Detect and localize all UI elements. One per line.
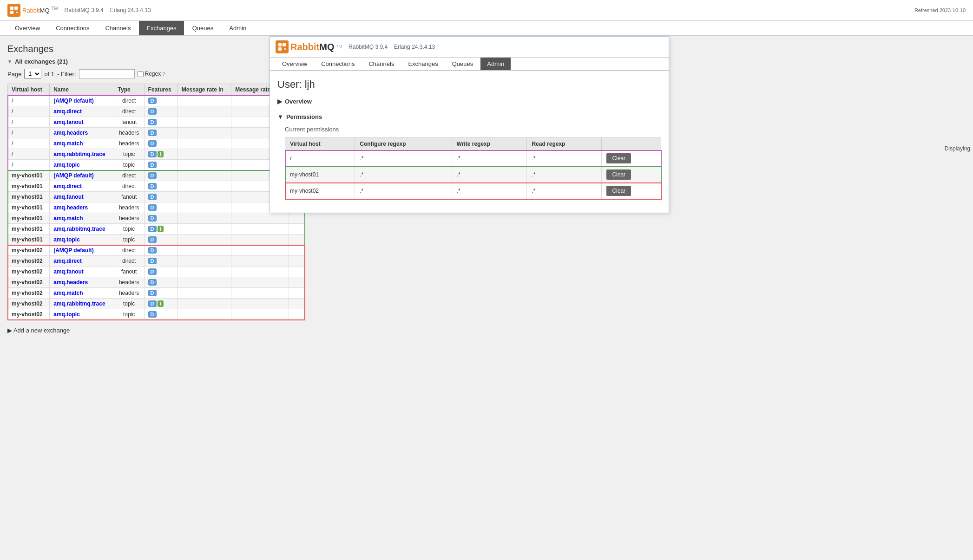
cell-name[interactable]: amq.direct — [50, 181, 114, 192]
cell-features: D — [144, 117, 178, 128]
nav-connections[interactable]: Connections — [48, 21, 97, 35]
logo: RabbitMQ TM RabbitMQ 3.9.4 Erlang 24.3.4… — [7, 4, 151, 17]
nav-channels[interactable]: Channels — [98, 21, 138, 35]
perms-table-wrapper: Virtual host Configure regexp Write rege… — [285, 137, 661, 199]
regex-checkbox[interactable] — [138, 71, 144, 77]
badge-d: D — [148, 108, 157, 115]
overlay-nav-queues[interactable]: Queues — [446, 58, 480, 70]
badge-d: D — [148, 226, 157, 232]
page-select[interactable]: 1 — [24, 69, 41, 79]
cell-name[interactable]: amq.headers — [50, 128, 114, 138]
table-row[interactable]: my-vhost01 (AMQP default) direct D — [8, 170, 305, 181]
clear-button[interactable]: Clear — [606, 169, 631, 180]
cell-features: D — [144, 267, 178, 277]
table-row[interactable]: my-vhost02 amq.rabbitmq.trace topic DI — [8, 299, 305, 309]
cell-name[interactable]: amq.topic — [50, 160, 114, 170]
nav-exchanges[interactable]: Exchanges — [139, 21, 184, 35]
nav-overview[interactable]: Overview — [7, 21, 47, 35]
svg-rect-2 — [14, 7, 18, 10]
cell-msg-in — [178, 267, 231, 277]
cell-name[interactable]: amq.topic — [50, 234, 114, 245]
cell-name[interactable]: amq.direct — [50, 106, 114, 117]
overlay-nav-channels[interactable]: Channels — [362, 58, 401, 70]
cell-vhost: my-vhost02 — [8, 309, 50, 320]
cell-type: topic — [114, 299, 144, 309]
table-row[interactable]: / (AMQP default) direct D — [8, 96, 305, 106]
table-row[interactable]: my-vhost01 amq.headers headers D — [8, 202, 305, 213]
cell-name[interactable]: amq.rabbitmq.trace — [50, 224, 114, 234]
table-row[interactable]: my-vhost01 amq.fanout fanout D — [8, 192, 305, 202]
cell-name[interactable]: amq.match — [50, 288, 114, 299]
add-exchange[interactable]: ▶ Add a new exchange — [7, 327, 966, 334]
clear-button[interactable]: Clear — [606, 153, 631, 163]
cell-msg-in — [178, 149, 231, 160]
cell-name[interactable]: amq.rabbitmq.trace — [50, 149, 114, 160]
nav-queues[interactable]: Queues — [185, 21, 221, 35]
overlay-nav-overview[interactable]: Overview — [276, 58, 314, 70]
table-row[interactable]: my-vhost02 amq.direct direct D — [8, 256, 305, 267]
cell-name[interactable]: amq.fanout — [50, 267, 114, 277]
cell-name[interactable]: amq.rabbitmq.trace — [50, 299, 114, 309]
clear-button[interactable]: Clear — [606, 186, 631, 196]
permissions-header[interactable]: ▼ Permissions — [277, 111, 661, 122]
table-row[interactable]: / amq.direct direct D — [8, 106, 305, 117]
cell-features: D — [144, 181, 178, 192]
cell-name[interactable]: amq.topic — [50, 309, 114, 320]
cell-vhost: / — [8, 117, 50, 128]
cell-name[interactable]: amq.direct — [50, 256, 114, 267]
cell-name[interactable]: (AMQP default) — [50, 170, 114, 181]
table-row[interactable]: / amq.headers headers D — [8, 128, 305, 138]
badge-d: D — [148, 119, 157, 125]
badge-d: D — [148, 247, 157, 254]
cell-type: headers — [114, 138, 144, 149]
table-row[interactable]: / amq.topic topic D — [8, 160, 305, 170]
cell-vhost: / — [8, 96, 50, 106]
cell-action — [289, 288, 305, 299]
cell-type: headers — [114, 202, 144, 213]
cell-name[interactable]: amq.fanout — [50, 117, 114, 128]
table-row[interactable]: my-vhost02 amq.fanout fanout D — [8, 267, 305, 277]
cell-vhost: my-vhost01 — [8, 181, 50, 192]
cell-action — [289, 213, 305, 224]
cell-vhost: my-vhost01 — [8, 170, 50, 181]
table-row[interactable]: / amq.match headers D — [8, 138, 305, 149]
cell-name[interactable]: amq.headers — [50, 202, 114, 213]
badge-d: D — [148, 140, 157, 147]
svg-rect-8 — [278, 47, 282, 51]
cell-name[interactable]: amq.match — [50, 213, 114, 224]
cell-name[interactable]: amq.fanout — [50, 192, 114, 202]
cell-msg-out — [231, 267, 289, 277]
table-row[interactable]: my-vhost02 (AMQP default) direct D — [8, 245, 305, 256]
overview-header[interactable]: ▶ Overview — [277, 96, 661, 107]
cell-type: direct — [114, 170, 144, 181]
table-row[interactable]: my-vhost01 amq.rabbitmq.trace topic DI — [8, 224, 305, 234]
cell-name[interactable]: (AMQP default) — [50, 96, 114, 106]
cell-name[interactable]: amq.headers — [50, 277, 114, 288]
table-row[interactable]: my-vhost01 amq.topic topic D — [8, 234, 305, 245]
table-row[interactable]: / amq.rabbitmq.trace topic DI — [8, 149, 305, 160]
cell-features: D — [144, 170, 178, 181]
table-row[interactable]: my-vhost02 amq.topic topic D — [8, 309, 305, 320]
perm-cell-configure: .* — [355, 150, 452, 167]
cell-vhost: my-vhost02 — [8, 288, 50, 299]
table-row[interactable]: my-vhost01 amq.direct direct D — [8, 181, 305, 192]
cell-name[interactable]: amq.match — [50, 138, 114, 149]
overlay-nav-admin[interactable]: Admin — [480, 58, 511, 70]
nav-admin[interactable]: Admin — [222, 21, 254, 35]
overlay-nav-connections[interactable]: Connections — [315, 58, 361, 70]
cell-vhost: my-vhost01 — [8, 213, 50, 224]
permissions-table: Virtual host Configure regexp Write rege… — [285, 137, 661, 199]
displaying-label: Displaying — [942, 144, 973, 153]
cell-action — [289, 299, 305, 309]
overlay-nav-exchanges[interactable]: Exchanges — [401, 58, 444, 70]
cell-type: direct — [114, 256, 144, 267]
table-row[interactable]: my-vhost01 amq.match headers D — [8, 213, 305, 224]
table-row[interactable]: my-vhost02 amq.headers headers D — [8, 277, 305, 288]
cell-action — [289, 309, 305, 320]
perm-row: / .* .* .* Clear — [285, 150, 661, 167]
table-row[interactable]: my-vhost02 amq.match headers D — [8, 288, 305, 299]
filter-input[interactable] — [79, 69, 135, 78]
cell-name[interactable]: (AMQP default) — [50, 245, 114, 256]
table-row[interactable]: / amq.fanout fanout D — [8, 117, 305, 128]
refresh-info: Refreshed 2023-10-10 — [914, 7, 966, 13]
